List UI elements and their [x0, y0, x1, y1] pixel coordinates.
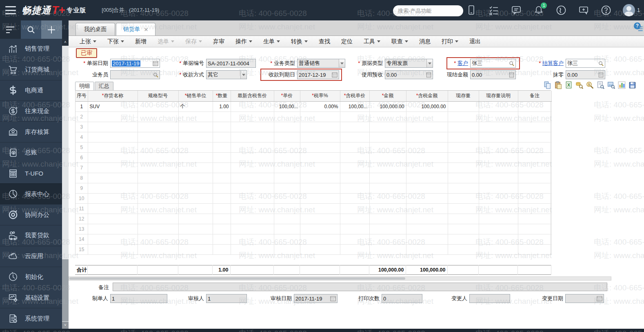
- grid-empty-row[interactable]: 3: [76, 122, 551, 132]
- save-icon[interactable]: [628, 81, 637, 89]
- hscroll-thumb[interactable]: [69, 277, 405, 280]
- grid-cell[interactable]: 100,00...: [340, 101, 369, 111]
- payment-method-select[interactable]: 其它: [206, 70, 247, 79]
- dropdown-arrow-icon[interactable]: [426, 59, 433, 67]
- grid-cell[interactable]: [479, 101, 518, 111]
- grid-empty-row[interactable]: 14: [76, 234, 551, 244]
- toolbar-item[interactable]: 联查: [391, 38, 408, 45]
- chart-icon[interactable]: [617, 81, 626, 89]
- grid-empty-row[interactable]: 15: [76, 244, 551, 254]
- toolbar-item[interactable]: 弃审: [213, 38, 224, 45]
- document-preview-icon[interactable]: [596, 81, 605, 89]
- grid-empty-row[interactable]: 13: [76, 224, 551, 234]
- calendar-icon[interactable]: [330, 296, 336, 301]
- advance-used-input[interactable]: 0.00: [385, 70, 433, 79]
- main-menu-icon[interactable]: [5, 6, 16, 14]
- toolbar-item[interactable]: 查找: [319, 38, 330, 45]
- footer-field-input[interactable]: 2017-11-19: [294, 294, 338, 303]
- sidebar-item-3[interactable]: 电商通: [0, 80, 62, 101]
- message-icon[interactable]: [511, 4, 522, 16]
- toolbar-item[interactable]: 转换: [291, 38, 308, 45]
- sidebar-item-10[interactable]: 我要贷款: [0, 225, 62, 246]
- grid-empty-row[interactable]: 5: [76, 142, 551, 152]
- grid-cell[interactable]: [448, 101, 479, 111]
- grid-empty-row[interactable]: 10: [76, 193, 551, 203]
- paste-icon[interactable]: [554, 81, 562, 89]
- export-excel-icon[interactable]: X: [564, 81, 573, 89]
- sidebar-item-4[interactable]: 往来现金: [0, 100, 62, 121]
- sidebar-item-8[interactable]: 报表中心: [0, 183, 62, 204]
- toolbar-item[interactable]: 生单: [263, 38, 280, 45]
- sidebar-item-9[interactable]: 协同办公: [0, 204, 62, 225]
- scroll-up-arrow[interactable]: ˄: [62, 39, 69, 46]
- settle-customer-input[interactable]: 张三: [566, 59, 605, 68]
- toolbar-item[interactable]: 消息: [419, 38, 431, 45]
- footer-field-input[interactable]: 0: [382, 294, 422, 303]
- image-preview-icon[interactable]: [607, 81, 615, 89]
- toolbar-item[interactable]: 工具: [364, 38, 380, 45]
- amount-lookup-icon[interactable]: $: [586, 81, 594, 89]
- sidebar-item-1[interactable]: 销售管理: [0, 39, 62, 59]
- sidebar-add-icon[interactable]: [41, 20, 62, 39]
- grid-cell[interactable]: 100,000.00: [406, 101, 448, 111]
- toolbar-item[interactable]: 打印: [442, 38, 458, 45]
- calendar-icon[interactable]: [597, 296, 602, 301]
- grid-cell[interactable]: 0.00%: [300, 101, 340, 111]
- calculator-icon[interactable]: [426, 72, 431, 78]
- toolbar-help-icon[interactable]: ?: [634, 22, 641, 29]
- sidebar-search-icon[interactable]: [21, 20, 42, 39]
- service-phone-icon[interactable]: [555, 4, 567, 16]
- grid-cell[interactable]: SUV: [88, 101, 138, 111]
- calendar-icon[interactable]: [332, 72, 338, 78]
- mobile-app-icon[interactable]: [466, 4, 477, 16]
- grid-tab-明细[interactable]: 明细: [75, 82, 94, 90]
- grid-cell[interactable]: 个: [178, 101, 213, 111]
- sidebar-item-13[interactable]: 基础设置: [0, 287, 62, 308]
- calculator-icon[interactable]: [509, 72, 514, 78]
- task-list-icon[interactable]: [488, 4, 500, 16]
- dropdown-arrow-icon[interactable]: [240, 71, 246, 79]
- grid-cell[interactable]: [138, 101, 178, 111]
- grid-empty-row[interactable]: 2: [76, 111, 551, 122]
- avatar-image[interactable]: [623, 4, 635, 16]
- grid-empty-row[interactable]: 6: [76, 152, 551, 163]
- lookup-icon[interactable]: [598, 61, 604, 66]
- grid-empty-row[interactable]: 4: [76, 132, 551, 142]
- rounding-input[interactable]: 0.00: [566, 70, 605, 79]
- doc-no-input[interactable]: SA-2017-11-0004: [206, 59, 256, 68]
- copy-icon[interactable]: [543, 81, 552, 89]
- toolbar-item[interactable]: 定位: [341, 38, 353, 45]
- footer-field-input[interactable]: 1: [110, 294, 167, 303]
- calculator-icon[interactable]: [598, 72, 604, 78]
- grid-empty-row[interactable]: 8: [76, 173, 551, 183]
- settle-customer-label[interactable]: 结算客户: [534, 60, 566, 67]
- cash-settle-input[interactable]: 0.00: [470, 70, 516, 79]
- footer-field-input[interactable]: [469, 294, 510, 303]
- grid-cell[interactable]: [231, 101, 274, 111]
- grid-empty-row[interactable]: 7: [76, 163, 551, 173]
- customer-input[interactable]: 张三: [470, 59, 516, 68]
- filter-menu-icon[interactable]: [0, 20, 21, 39]
- remark-input[interactable]: [113, 283, 607, 291]
- sidebar-item-12[interactable]: 初始化: [0, 267, 62, 287]
- lookup-icon[interactable]: [153, 72, 158, 78]
- grid-cell[interactable]: 100,000.00: [369, 101, 406, 111]
- footer-field-input[interactable]: [565, 294, 604, 303]
- customer-label[interactable]: 客户: [449, 60, 470, 67]
- tab-close-icon[interactable]: ✕: [144, 27, 149, 33]
- grid-empty-row[interactable]: 11: [76, 203, 551, 214]
- sidebar-item-7[interactable]: T-UFO: [0, 163, 62, 184]
- salesman-input[interactable]: [110, 70, 160, 79]
- price-lookup-icon[interactable]: [575, 81, 584, 89]
- grid-empty-row[interactable]: 9: [76, 183, 551, 193]
- sidebar-item-5[interactable]: 库存核算: [0, 121, 62, 142]
- grid-cell[interactable]: [518, 101, 551, 111]
- grid-empty-row[interactable]: 12: [76, 214, 551, 224]
- footer-field-input[interactable]: 1: [206, 294, 247, 303]
- toolbar-item[interactable]: 新增: [135, 38, 147, 45]
- horizontal-scrollbar[interactable]: [69, 276, 611, 281]
- grid-cell[interactable]: 100,00...: [274, 101, 300, 111]
- tab-sales-order[interactable]: 销货单✕: [116, 23, 155, 36]
- grid-data-row[interactable]: 1SUV个1.00100,00...0.00%100,00...100,000.…: [76, 101, 551, 111]
- search-input[interactable]: [398, 8, 470, 14]
